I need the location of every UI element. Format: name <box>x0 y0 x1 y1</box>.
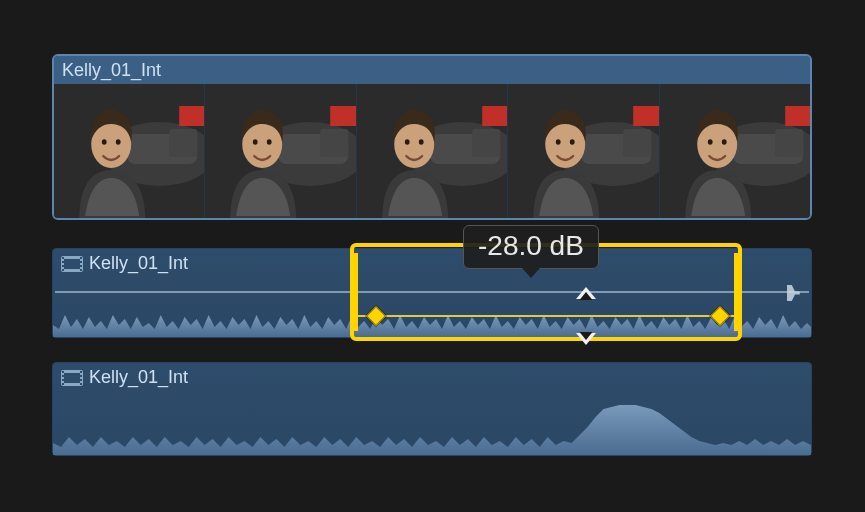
svg-point-30 <box>556 139 561 145</box>
svg-rect-58 <box>80 379 82 381</box>
svg-rect-46 <box>80 257 82 259</box>
svg-point-15 <box>267 139 272 145</box>
svg-rect-53 <box>62 375 64 377</box>
thumbnail-frame <box>54 84 204 220</box>
svg-rect-20 <box>482 106 507 126</box>
svg-rect-36 <box>785 106 810 126</box>
svg-point-31 <box>570 139 575 145</box>
audio-clip[interactable]: Kelly_01_Int <box>52 362 812 456</box>
filmstrip-icon <box>61 256 83 272</box>
svg-rect-12 <box>331 106 356 126</box>
svg-rect-43 <box>62 261 64 263</box>
thumbnail-frame <box>356 84 507 220</box>
audio-clip[interactable]: Kelly_01_Int -28.0 dB <box>52 248 812 338</box>
svg-rect-3 <box>169 129 197 157</box>
waveform[interactable] <box>53 393 811 455</box>
svg-point-6 <box>102 139 107 145</box>
timeline: Kelly_01_Int <box>52 54 812 456</box>
svg-rect-51 <box>64 373 80 383</box>
volume-value: -28.0 dB <box>478 230 584 261</box>
svg-rect-27 <box>623 129 651 157</box>
svg-rect-45 <box>62 269 64 271</box>
audio-clip-title: Kelly_01_Int <box>89 253 188 274</box>
svg-point-23 <box>419 139 424 145</box>
svg-rect-11 <box>321 129 349 157</box>
waveform[interactable] <box>53 279 811 337</box>
svg-point-22 <box>405 139 410 145</box>
svg-rect-44 <box>62 265 64 267</box>
svg-rect-55 <box>62 383 64 385</box>
svg-rect-52 <box>62 371 64 373</box>
svg-rect-19 <box>472 129 500 157</box>
audio-clip-title: Kelly_01_Int <box>89 367 188 388</box>
svg-rect-4 <box>179 106 204 126</box>
svg-point-39 <box>721 139 726 145</box>
video-clip-title: Kelly_01_Int <box>54 56 810 84</box>
svg-rect-42 <box>62 257 64 259</box>
svg-rect-48 <box>80 265 82 267</box>
svg-rect-41 <box>64 259 80 269</box>
svg-rect-47 <box>80 261 82 263</box>
thumbnail-frame <box>204 84 355 220</box>
svg-point-7 <box>116 139 121 145</box>
svg-rect-49 <box>80 269 82 271</box>
volume-tooltip: -28.0 dB <box>463 225 599 269</box>
svg-rect-56 <box>80 371 82 373</box>
svg-rect-35 <box>775 129 803 157</box>
svg-rect-28 <box>633 106 658 126</box>
svg-rect-59 <box>80 383 82 385</box>
svg-point-38 <box>707 139 712 145</box>
thumbnail-frame <box>659 84 810 220</box>
filmstrip <box>54 84 810 220</box>
svg-rect-57 <box>80 375 82 377</box>
filmstrip-icon <box>61 370 83 386</box>
video-clip[interactable]: Kelly_01_Int <box>52 54 812 220</box>
svg-rect-54 <box>62 379 64 381</box>
thumbnail-frame <box>507 84 658 220</box>
svg-point-14 <box>253 139 258 145</box>
